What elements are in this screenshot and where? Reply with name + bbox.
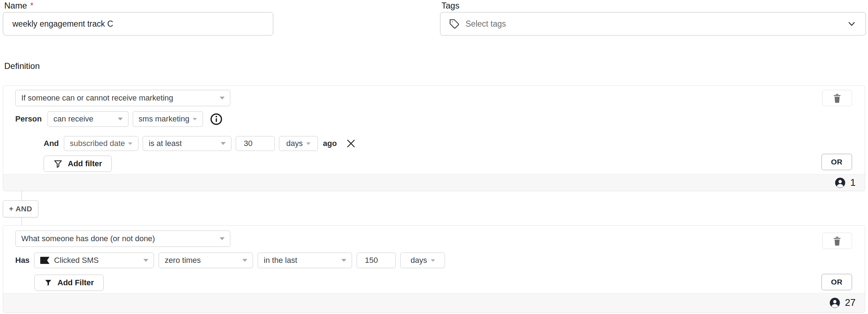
info-icon[interactable] [210,113,223,125]
dropdown-caret-icon [193,118,197,120]
filter-icon [53,159,63,169]
segment-builder-page: Name* Tags Select tags Definition If som… [0,0,868,314]
timeframe-select[interactable]: in the last [258,253,352,268]
add-and-group-button[interactable]: + AND [3,200,38,217]
condition-group-1: If someone can or cannot receive marketi… [3,85,865,191]
name-input[interactable] [3,12,273,36]
has-row-label: Has [15,256,29,265]
time-operator-select[interactable]: is at least [143,136,231,151]
timeframe-unit-value: days [411,256,427,265]
event-select[interactable]: Clicked SMS [34,253,154,268]
time-operator-value: is at least [149,139,182,148]
consent-verb-select[interactable]: can receive [48,111,128,127]
dropdown-caret-icon [341,259,346,262]
add-filter-label: Add filter [68,159,102,168]
and-connector-label: And [44,139,59,148]
tag-icon [449,18,460,29]
dropdown-caret-icon [220,97,225,99]
dropdown-caret-icon [221,142,226,145]
dropdown-caret-icon [118,118,123,120]
consent-channel-value: sms marketing [139,114,189,124]
dropdown-caret-icon [128,142,132,145]
delete-group-button-1[interactable] [822,90,852,106]
member-count: 27 [845,297,856,308]
member-count: 1 [850,177,856,188]
or-button-label: OR [831,158,843,166]
time-unit-select[interactable]: days [279,136,318,151]
trash-icon [833,236,841,246]
delete-group-button-2[interactable] [822,233,852,249]
frequency-select[interactable]: zero times [159,253,253,268]
or-button-label: OR [831,278,843,286]
name-label: Name* [4,1,33,11]
group-footer-1: 1 [3,174,865,191]
person-row-label: Person [15,114,42,124]
time-filter-row: And subscribed date is at least days ago [44,136,357,151]
tags-select[interactable]: Select tags [440,12,866,36]
event-condition-row: Has Clicked SMS zero times in the last d… [15,253,445,268]
dropdown-caret-icon [220,237,225,240]
filter-icon-filled [44,278,53,287]
add-filter-button-2[interactable]: Add Filter [34,275,104,291]
consent-condition-row: Person can receive sms marketing [15,111,223,127]
time-unit-value: days [286,139,303,148]
frequency-value: zero times [165,256,200,265]
chevron-down-icon [846,18,857,29]
ago-label: ago [323,139,337,148]
or-button-2[interactable]: OR [822,274,852,290]
definition-title: Definition [4,61,40,71]
timeframe-unit-select[interactable]: days [400,253,445,268]
time-value-input[interactable] [236,136,275,151]
add-filter-button-1[interactable]: Add filter [44,156,112,172]
event-name-value: Clicked SMS [54,256,99,265]
time-property-value: subscribed date [70,139,125,148]
close-icon [345,138,357,149]
sms-metric-icon [40,257,49,264]
condition-type-select-2[interactable]: What someone has done (or not done) [15,231,230,247]
add-filter-label: Add Filter [57,278,94,287]
profile-count-icon [835,177,846,188]
required-asterisk: * [30,1,33,10]
tags-placeholder: Select tags [466,19,506,29]
timeframe-value-input[interactable] [357,253,396,268]
condition-type-select-1[interactable]: If someone can or cannot receive marketi… [15,90,230,106]
event-select-value-wrap: Clicked SMS [40,256,99,265]
condition-group-2: What someone has done (or not done) Has … [3,225,865,313]
condition-type-value: If someone can or cannot receive marketi… [21,93,173,103]
group-footer-2: 27 [3,293,865,312]
add-and-group-label: + AND [9,205,32,213]
dropdown-caret-icon [306,142,311,145]
tags-label: Tags [441,1,460,11]
dropdown-caret-icon [431,259,435,262]
time-property-select[interactable]: subscribed date [64,136,138,151]
or-button-1[interactable]: OR [822,154,852,170]
dropdown-caret-icon [242,259,247,262]
timeframe-value: in the last [264,256,297,265]
remove-time-filter-button[interactable] [345,138,357,149]
dropdown-caret-icon [143,259,148,262]
trash-icon [833,93,841,103]
consent-verb-value: can receive [54,114,94,124]
name-label-text: Name [4,1,27,10]
consent-channel-select[interactable]: sms marketing [133,111,203,127]
profile-count-icon [829,297,840,308]
condition-type-value: What someone has done (or not done) [21,234,155,243]
